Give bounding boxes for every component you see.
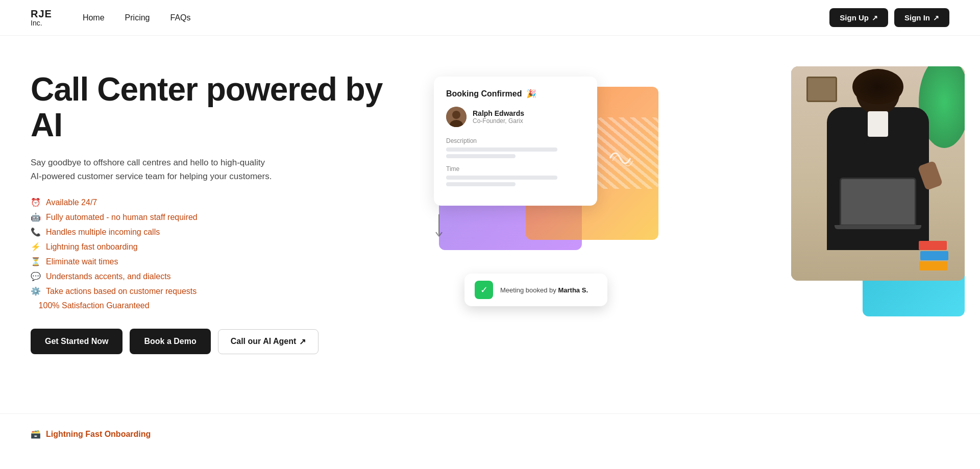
signup-button[interactable]: Sign Up ↗	[829, 8, 888, 27]
call-arrow-icon: ↗	[299, 337, 306, 347]
feature-text: Eliminate wait times	[46, 257, 118, 266]
notification-text: Meeting booked by Martha S.	[500, 286, 588, 294]
feature-text: 100% Satisfaction Guaranteed	[39, 301, 150, 310]
feature-text: Understands accents, and dialects	[46, 272, 171, 281]
booking-emoji: 🎉	[526, 89, 536, 98]
robot-icon: 🤖	[31, 212, 41, 222]
feature-text: Take actions based on customer requests	[46, 287, 197, 296]
time-field: Time	[446, 165, 585, 186]
navbar: RJE Inc. Home Pricing FAQs Sign Up ↗ Sig…	[0, 0, 980, 36]
doodle-decoration	[605, 143, 635, 171]
clock-icon: ⏰	[31, 198, 41, 207]
feature-text: Lightning fast onboarding	[46, 242, 138, 252]
feature-item: 📞 Handles multiple incoming calls	[31, 227, 403, 237]
feature-item: • 100% Satisfaction Guaranteed	[31, 301, 403, 310]
book-demo-button[interactable]: Book a Demo	[130, 329, 210, 354]
call-label: Call our AI Agent	[231, 337, 297, 346]
logo-line2: Inc.	[31, 19, 52, 27]
squiggle-icon	[429, 212, 449, 240]
feature-text: Fully automated - no human staff require…	[46, 213, 198, 222]
person-role: Co-Founder, Garix	[473, 117, 524, 125]
person-info: Ralph Edwards Co-Founder, Garix	[473, 109, 524, 125]
hero-right: Booking Confirmed 🎉 Ralph Edwards Co-Fou…	[424, 66, 949, 332]
hourglass-icon: ⏳	[31, 257, 41, 266]
person-name: Ralph Edwards	[473, 109, 524, 117]
bottom-section: 🗃️ Lightning Fast Onboarding	[0, 413, 980, 454]
signin-arrow-icon: ↗	[933, 14, 939, 22]
feature-item: ⚡ Lightning fast onboarding	[31, 242, 403, 252]
description-field: Description	[446, 137, 585, 158]
lightning-icon: ⚡	[31, 242, 41, 252]
hero-subtitle: Say goodbye to offshore call centres and…	[31, 156, 276, 183]
nav-faqs[interactable]: FAQs	[170, 13, 191, 22]
feature-item: 💬 Understands accents, and dialects	[31, 271, 403, 281]
feature-text: Handles multiple incoming calls	[46, 228, 160, 237]
notification-person: Martha S.	[558, 286, 588, 294]
logo-line1: RJE	[31, 8, 52, 19]
feature-item: ⏳ Eliminate wait times	[31, 257, 403, 266]
booking-person: Ralph Edwards Co-Founder, Garix	[446, 107, 585, 127]
gear-icon: ⚙️	[31, 286, 41, 296]
check-icon: ✓	[475, 281, 493, 299]
booking-title: Booking Confirmed 🎉	[446, 89, 585, 98]
feature-item: ⏰ Available 24/7	[31, 198, 403, 207]
booking-card: Booking Confirmed 🎉 Ralph Edwards Co-Fou…	[434, 77, 597, 206]
time-line	[446, 176, 557, 180]
get-started-button[interactable]: Get Started Now	[31, 329, 122, 354]
nav-links: Home Pricing FAQs	[83, 13, 829, 22]
nav-home[interactable]: Home	[83, 13, 105, 22]
phone-icon: 📞	[31, 227, 41, 237]
person-illustration	[791, 66, 965, 281]
hero-left: Call Center powered by AI Say goodbye to…	[31, 66, 403, 354]
bottom-tag: 🗃️ Lightning Fast Onboarding	[31, 429, 949, 439]
description-line-short	[446, 154, 516, 158]
cta-buttons: Get Started Now Book a Demo Call our AI …	[31, 329, 403, 354]
description-line	[446, 147, 557, 152]
signin-button[interactable]: Sign In ↗	[894, 8, 949, 27]
hero-photo	[791, 66, 965, 281]
signup-arrow-icon: ↗	[872, 14, 878, 22]
time-label: Time	[446, 165, 585, 172]
notification-card: ✓ Meeting booked by Martha S.	[464, 274, 607, 306]
feature-item: 🤖 Fully automated - no human staff requi…	[31, 212, 403, 222]
onboarding-label: Lightning Fast Onboarding	[46, 430, 151, 439]
call-agent-button[interactable]: Call our AI Agent ↗	[218, 329, 319, 354]
person-avatar	[446, 107, 467, 127]
onboarding-icon: 🗃️	[31, 429, 41, 439]
hero-title: Call Center powered by AI	[31, 71, 403, 143]
svg-point-1	[452, 111, 460, 119]
logo: RJE Inc.	[31, 8, 52, 27]
hero-section: Call Center powered by AI Say goodbye to…	[0, 36, 980, 413]
time-line-short	[446, 182, 516, 186]
chat-icon: 💬	[31, 271, 41, 281]
nav-pricing[interactable]: Pricing	[125, 13, 150, 22]
nav-actions: Sign Up ↗ Sign In ↗	[829, 8, 949, 27]
feature-item: ⚙️ Take actions based on customer reques…	[31, 286, 403, 296]
feature-text: Available 24/7	[46, 198, 97, 207]
description-label: Description	[446, 137, 585, 144]
feature-list: ⏰ Available 24/7 🤖 Fully automated - no …	[31, 198, 403, 310]
